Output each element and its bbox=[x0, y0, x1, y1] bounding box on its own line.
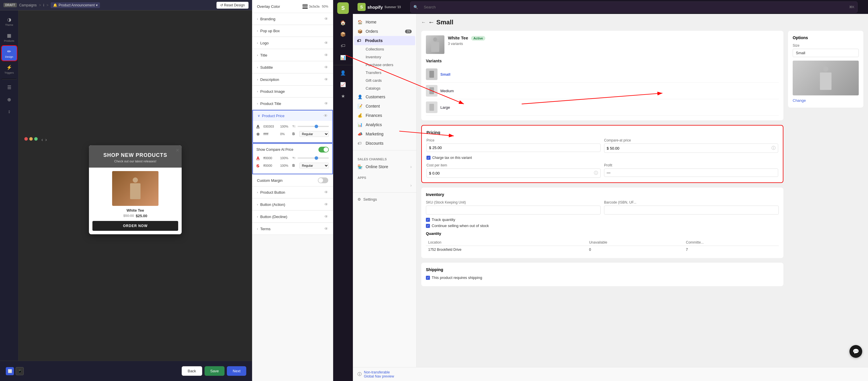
eye-icon[interactable]: 👁 bbox=[324, 65, 328, 69]
nav-purchase-orders[interactable]: Purchase orders bbox=[353, 61, 416, 69]
price-input[interactable]: $ 25.00 bbox=[427, 144, 600, 152]
nav-settings[interactable]: ⚙ Settings bbox=[353, 195, 416, 204]
sidebar-item-icon3[interactable]: ↕ bbox=[2, 106, 17, 117]
branding-row[interactable]: › Branding 👁 bbox=[252, 13, 333, 25]
product-image-row[interactable]: › Product Image bbox=[252, 86, 333, 97]
info-circle-icon[interactable]: ⓘ bbox=[772, 146, 776, 151]
shopify-nav-reports[interactable]: 📊 bbox=[337, 52, 349, 63]
color-picker-icon[interactable] bbox=[303, 4, 308, 9]
compare-a-color[interactable]: ff0000 bbox=[264, 156, 278, 160]
eye-icon[interactable]: 👁 bbox=[323, 113, 328, 118]
text-slider[interactable] bbox=[298, 126, 329, 127]
product-announcement-button[interactable]: 🔔 Product Announcement ▾ bbox=[51, 2, 100, 8]
nav-inventory[interactable]: Inventory bbox=[353, 53, 416, 61]
sidebar-item-icon1[interactable]: ☰ bbox=[2, 82, 17, 93]
mobile-preview-icon[interactable]: 📱 bbox=[16, 367, 24, 375]
popup-close-button[interactable]: ✕ bbox=[176, 148, 179, 153]
back-to-small-link[interactable]: ← bbox=[421, 20, 426, 25]
strike-s-color[interactable]: ff0000 bbox=[264, 164, 278, 167]
minimize-window-icon[interactable] bbox=[29, 137, 33, 141]
close-window-icon[interactable] bbox=[24, 137, 28, 141]
requires-shipping-checkbox[interactable]: ✓ bbox=[426, 276, 430, 280]
shopify-nav-star[interactable]: ★ bbox=[337, 91, 349, 101]
nav-marketing[interactable]: 📣 Marketing bbox=[353, 129, 416, 139]
nav-customers[interactable]: 👤 Customers bbox=[353, 92, 416, 101]
barcode-input[interactable] bbox=[604, 206, 779, 214]
shopify-nav-home[interactable]: 🏠 bbox=[337, 18, 349, 28]
strike-font-weight-select[interactable]: Regular Bold bbox=[299, 163, 329, 169]
reset-design-button[interactable]: ↺ Reset Design bbox=[216, 2, 249, 9]
eye-icon[interactable]: 👁 bbox=[324, 214, 328, 219]
subtitle-row[interactable]: › Subtitle 👁 bbox=[252, 61, 333, 73]
change-variant-link[interactable]: Change bbox=[793, 98, 806, 102]
tax-checkbox[interactable]: ✓ bbox=[427, 156, 431, 160]
nav-finances[interactable]: 💰 Finances bbox=[353, 111, 416, 120]
product-title-row[interactable]: › Product Title 👁 bbox=[252, 98, 333, 109]
nav-products[interactable]: 🏷 Products bbox=[354, 36, 415, 45]
sidebar-item-design[interactable]: ✏ Design bbox=[2, 46, 17, 61]
popup-box-row[interactable]: › Pop up Box bbox=[252, 25, 333, 36]
product-button-row[interactable]: › Product Button 👁 bbox=[252, 186, 333, 198]
nav-orders[interactable]: 📦 Orders 29 bbox=[353, 27, 416, 36]
variant-row-small[interactable]: Small bbox=[426, 66, 779, 83]
nav-forward-icon[interactable]: › bbox=[45, 137, 46, 142]
size-value-box[interactable]: Small bbox=[793, 49, 859, 57]
shopify-nav-chart[interactable]: 📈 bbox=[337, 79, 349, 90]
eye-icon[interactable]: 👁 bbox=[324, 101, 328, 106]
nav-collections[interactable]: Collections bbox=[353, 45, 416, 53]
eye-icon[interactable]: 👁 bbox=[324, 227, 328, 231]
shopify-nav-orders[interactable]: 📦 bbox=[337, 29, 349, 39]
compare-price-input[interactable]: $ 50.00 ⓘ bbox=[604, 144, 778, 153]
sku-input[interactable] bbox=[426, 206, 600, 214]
title-row[interactable]: › Title 👁 bbox=[252, 49, 333, 61]
product-price-header[interactable]: ∨ Product Price 👁 bbox=[253, 111, 332, 121]
cost-info-icon[interactable]: ⓘ bbox=[594, 171, 598, 176]
variant-row-large[interactable]: Large bbox=[426, 99, 779, 116]
eye-icon[interactable]: 👁 bbox=[324, 17, 328, 21]
compare-slider[interactable] bbox=[298, 157, 329, 158]
nav-discounts[interactable]: 🏷 Discounts bbox=[353, 139, 416, 148]
eye-icon[interactable]: 👁 bbox=[324, 77, 328, 82]
eye-icon[interactable]: 👁 bbox=[324, 190, 328, 195]
save-button[interactable]: Save bbox=[205, 366, 225, 376]
logo-row[interactable]: › Logo 👁 bbox=[252, 37, 333, 49]
variant-row-medium[interactable]: Medium bbox=[426, 83, 779, 99]
eye-icon[interactable]: 👁 bbox=[324, 202, 328, 207]
font-weight-select[interactable]: Regular Bold bbox=[299, 131, 329, 137]
breadcrumb-campaigns[interactable]: Campaigns bbox=[19, 3, 37, 7]
nav-online-store[interactable]: 🏪 Online Store › bbox=[353, 162, 416, 171]
custom-margin-toggle[interactable] bbox=[318, 177, 328, 183]
chat-bubble-button[interactable]: 💬 bbox=[849, 345, 862, 358]
nav-apps[interactable]: › bbox=[353, 181, 416, 190]
maximize-window-icon[interactable] bbox=[34, 137, 38, 141]
admin-search-input[interactable] bbox=[421, 3, 847, 11]
non-transferable-link[interactable]: Non-transferableGlobal Nav preview bbox=[364, 370, 394, 378]
nav-catalogs[interactable]: Catalogs bbox=[353, 84, 416, 92]
sidebar-item-products[interactable]: ▦ Products bbox=[2, 30, 17, 45]
track-qty-checkbox[interactable]: ✓ bbox=[426, 218, 430, 222]
terms-row[interactable]: › Terms 👁 bbox=[252, 223, 333, 235]
shopify-nav-products[interactable]: 🏷 bbox=[337, 40, 349, 51]
sidebar-item-theme[interactable]: ◑ Theme bbox=[2, 14, 17, 29]
next-button[interactable]: Next bbox=[227, 366, 246, 376]
text-color-value[interactable]: 030303 bbox=[264, 125, 278, 128]
eye-icon[interactable]: 👁 bbox=[324, 40, 328, 45]
paint-color-value[interactable]: ffffff bbox=[264, 132, 278, 136]
nav-analytics[interactable]: 📊 Analytics bbox=[353, 120, 416, 129]
nav-back-icon[interactable]: ‹ bbox=[41, 137, 43, 142]
breadcrumb-i[interactable]: i bbox=[43, 3, 44, 7]
nav-content[interactable]: 📝 Content bbox=[353, 101, 416, 111]
shopify-nav-person[interactable]: 👤 bbox=[337, 67, 349, 78]
eye-icon[interactable]: 👁 bbox=[324, 53, 328, 57]
nav-home[interactable]: 🏠 Home bbox=[353, 18, 416, 27]
nav-transfers[interactable]: Transfers bbox=[353, 69, 416, 77]
button-action-row[interactable]: › Button (Action) 👁 bbox=[252, 199, 333, 210]
popup-cta-button[interactable]: ORDER NOW bbox=[92, 221, 178, 231]
continue-selling-checkbox[interactable]: ✓ bbox=[426, 224, 430, 228]
sidebar-item-icon2[interactable]: ⊕ bbox=[2, 94, 17, 105]
nav-gift-cards[interactable]: Gift cards bbox=[353, 77, 416, 84]
description-row[interactable]: › Description 👁 bbox=[252, 74, 333, 85]
compare-toggle[interactable] bbox=[318, 147, 329, 152]
desktop-preview-icon[interactable]: ⬜ bbox=[6, 367, 14, 375]
cost-input[interactable]: $ 0.00 ⓘ bbox=[427, 169, 600, 178]
